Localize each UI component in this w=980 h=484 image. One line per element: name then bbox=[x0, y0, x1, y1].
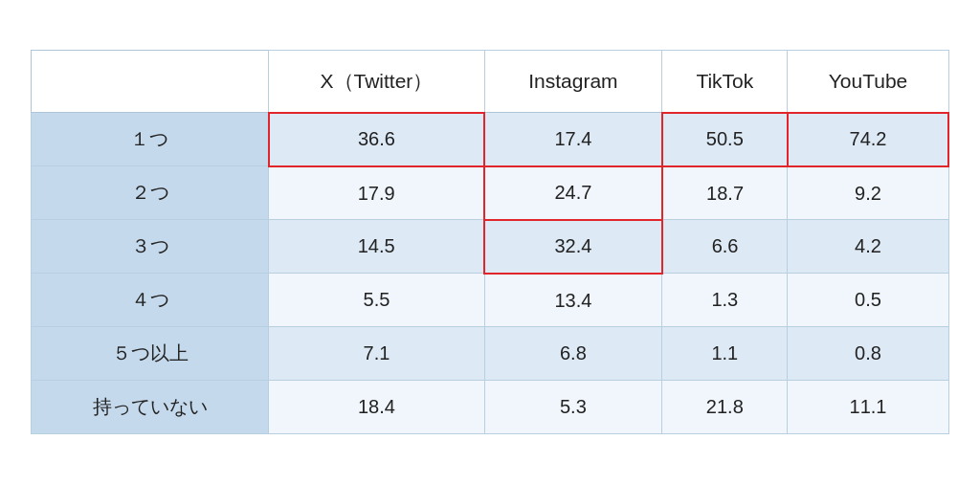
row-label: ３つ bbox=[32, 220, 269, 274]
table-cell: 4.2 bbox=[788, 220, 948, 274]
row-label: ２つ bbox=[32, 166, 269, 220]
table-cell: 18.4 bbox=[269, 381, 484, 434]
row-label: ５つ以上 bbox=[32, 327, 269, 381]
table-row: １つ36.617.450.574.2 bbox=[32, 113, 949, 166]
table-cell: 5.5 bbox=[269, 274, 484, 327]
table-cell: 14.5 bbox=[269, 220, 484, 274]
table-row: ２つ17.924.718.79.2 bbox=[32, 166, 949, 220]
table-cell: 5.3 bbox=[484, 381, 662, 434]
table-cell: 50.5 bbox=[662, 113, 788, 166]
table-cell: 32.4 bbox=[484, 220, 662, 274]
table-header: X（Twitter） Instagram TikTok YouTube bbox=[32, 50, 949, 113]
table-cell: 0.5 bbox=[788, 274, 948, 327]
table-cell: 24.7 bbox=[484, 166, 662, 220]
table-cell: 36.6 bbox=[269, 113, 484, 166]
row-label: ４つ bbox=[32, 274, 269, 327]
table-cell: 0.8 bbox=[788, 327, 948, 381]
data-table: X（Twitter） Instagram TikTok YouTube １つ36… bbox=[31, 50, 949, 435]
row-label: 持っていない bbox=[32, 381, 269, 434]
table-cell: 74.2 bbox=[788, 113, 948, 166]
table-container: X（Twitter） Instagram TikTok YouTube １つ36… bbox=[31, 50, 949, 435]
row-label: １つ bbox=[32, 113, 269, 166]
table-row: 持っていない18.45.321.811.1 bbox=[32, 381, 949, 434]
header-instagram: Instagram bbox=[484, 50, 662, 113]
table-cell: 17.4 bbox=[484, 113, 662, 166]
header-twitter: X（Twitter） bbox=[269, 50, 484, 113]
table-cell: 6.6 bbox=[662, 220, 788, 274]
table-cell: 13.4 bbox=[484, 274, 662, 327]
table-row: ４つ5.513.41.30.5 bbox=[32, 274, 949, 327]
table-cell: 1.1 bbox=[662, 327, 788, 381]
table-cell: 9.2 bbox=[788, 166, 948, 220]
table-cell: 11.1 bbox=[788, 381, 948, 434]
table-cell: 1.3 bbox=[662, 274, 788, 327]
table-cell: 18.7 bbox=[662, 166, 788, 220]
table-cell: 21.8 bbox=[662, 381, 788, 434]
header-tiktok: TikTok bbox=[662, 50, 788, 113]
header-youtube: YouTube bbox=[788, 50, 948, 113]
table-cell: 17.9 bbox=[269, 166, 484, 220]
header-empty bbox=[32, 50, 269, 113]
table-cell: 6.8 bbox=[484, 327, 662, 381]
table-row: ５つ以上7.16.81.10.8 bbox=[32, 327, 949, 381]
table-body: １つ36.617.450.574.2２つ17.924.718.79.2３つ14.… bbox=[32, 113, 949, 434]
table-cell: 7.1 bbox=[269, 327, 484, 381]
table-row: ３つ14.532.46.64.2 bbox=[32, 220, 949, 274]
